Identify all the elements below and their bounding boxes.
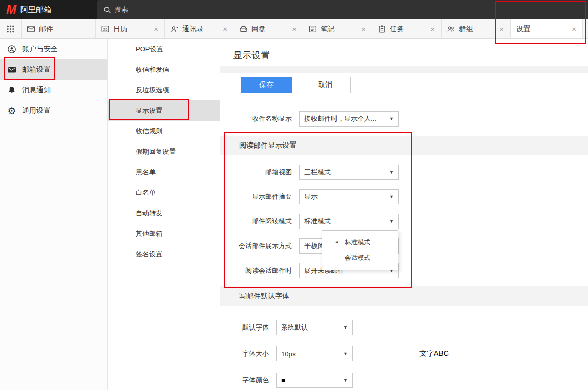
field-label: 字体颜色 xyxy=(220,376,269,385)
subnav-item-vacation-reply[interactable]: 假期回复设置 xyxy=(108,141,220,162)
subnav-item-mail-rules[interactable]: 收信规则 xyxy=(108,121,220,141)
tab-calendar[interactable]: 25 日历 × xyxy=(96,19,165,38)
subnav-item-send-receive[interactable]: 收信和发信 xyxy=(108,59,220,80)
field-label: 显示邮件摘要 xyxy=(220,192,292,201)
font-size-select[interactable]: 10px ▼ xyxy=(276,346,353,361)
settings-sidebar: 账户与安全 邮箱设置 消息通知 ⚙ 通用设置 xyxy=(0,39,108,390)
compose-font-rows: 默认字体 系统默认 ▼ 字体大小 10px ▼ 文字ABC 字体颜色 xyxy=(220,320,588,388)
dropdown-option-conversation[interactable]: 会话模式 xyxy=(322,250,398,265)
mailbox-settings-subnav: POP设置 收信和发信 反垃圾选项 显示设置 收信规则 假期回复设置 黑名单 白… xyxy=(108,39,220,390)
recipient-name-display-row: 收件名称显示 接收邮件时，显示个人... ▼ xyxy=(220,111,588,127)
field-label: 邮件阅读模式 xyxy=(220,217,292,226)
sidebar-item-mailbox-settings[interactable]: 邮箱设置 xyxy=(0,59,107,80)
reading-display-section-header: 阅读邮件显示设置 xyxy=(220,136,588,155)
reading-mode-row: 邮件阅读模式 标准模式 ▼ xyxy=(220,214,588,229)
subnav-item-pop[interactable]: POP设置 xyxy=(108,39,220,59)
reading-mode-select[interactable]: 标准模式 ▼ xyxy=(299,214,399,229)
gear-icon: ⚙ xyxy=(6,106,17,116)
field-label: 收件名称显示 xyxy=(220,114,292,124)
color-swatch-icon: ■ xyxy=(281,377,285,384)
recipient-name-display-select[interactable]: 接收邮件时，显示个人... ▼ xyxy=(299,111,399,127)
select-value: 标准模式 xyxy=(304,217,331,226)
app-window: M 阿里邮箱 搜索 邮件 25 日历 × xyxy=(0,0,588,390)
tab-notes[interactable]: 笔记 × xyxy=(303,19,372,38)
default-font-select[interactable]: 系统默认 ▼ xyxy=(276,320,353,335)
reading-conversation-row: 阅读会话邮件时 展开未读邮件 ▼ xyxy=(220,263,588,278)
subnav-item-antispam[interactable]: 反垃圾选项 xyxy=(108,80,220,100)
mail-filled-icon xyxy=(6,65,17,74)
field-label: 默认字体 xyxy=(220,323,269,332)
tab-label: 群组 xyxy=(459,25,473,34)
subnav-item-blacklist[interactable]: 黑名单 xyxy=(108,162,220,182)
chevron-down-icon: ▼ xyxy=(343,325,348,330)
contacts-icon xyxy=(170,25,179,33)
select-value: 显示 xyxy=(304,192,318,201)
sidebar-item-label: 消息通知 xyxy=(22,86,51,95)
title-divider xyxy=(220,66,588,73)
close-icon[interactable]: × xyxy=(571,25,577,33)
notes-icon xyxy=(308,25,317,33)
tab-settings[interactable]: 设置 × xyxy=(511,19,583,38)
brand-name: 阿里邮箱 xyxy=(20,5,51,15)
mailbox-view-select[interactable]: 三栏模式 ▼ xyxy=(299,165,399,180)
default-font-row: 默认字体 系统默认 ▼ xyxy=(220,320,588,335)
selected-bullet-icon: ● xyxy=(335,235,338,250)
close-icon[interactable]: × xyxy=(222,25,228,33)
close-icon[interactable]: × xyxy=(153,25,159,33)
subnav-item-auto-forward[interactable]: 自动转发 xyxy=(108,203,220,223)
action-buttons: 保存 取消 xyxy=(241,77,588,93)
brand[interactable]: M 阿里邮箱 xyxy=(0,4,97,16)
chevron-down-icon: ▼ xyxy=(343,351,348,356)
close-icon[interactable]: × xyxy=(291,25,298,33)
apps-grid-button[interactable] xyxy=(0,19,22,38)
chevron-down-icon: ▼ xyxy=(389,194,394,199)
alimail-logo-icon: M xyxy=(6,4,16,16)
select-value: 10px xyxy=(281,350,296,358)
tab-label: 日历 xyxy=(113,25,128,34)
close-icon[interactable]: × xyxy=(429,25,436,33)
tab-contacts[interactable]: 通讯录 × xyxy=(165,19,234,38)
field-label: 邮箱视图 xyxy=(220,168,292,177)
subnav-item-signature[interactable]: 签名设置 xyxy=(108,244,220,264)
font-color-select[interactable]: ■ ▼ xyxy=(276,373,353,388)
tab-drive[interactable]: 网盘 × xyxy=(234,19,303,38)
option-label: 标准模式 xyxy=(345,239,370,246)
topbar: M 阿里邮箱 搜索 xyxy=(0,0,588,19)
close-icon[interactable]: × xyxy=(498,25,505,33)
calendar-icon: 25 xyxy=(101,25,110,33)
tab-tasks[interactable]: 任务 × xyxy=(372,19,442,38)
save-button[interactable]: 保存 xyxy=(241,77,292,93)
font-size-row: 字体大小 10px ▼ 文字ABC xyxy=(220,346,588,361)
search-icon xyxy=(103,6,111,14)
chevron-down-icon: ▼ xyxy=(389,170,394,175)
font-preview-text: 文字ABC xyxy=(419,349,449,358)
select-value: 系统默认 xyxy=(281,323,308,332)
sidebar-item-account-security[interactable]: 账户与安全 xyxy=(0,39,107,59)
person-circle-icon xyxy=(6,45,17,54)
conversation-display-row: 会话邮件展示方式 平板阅读 ▼ xyxy=(220,238,588,254)
mail-summary-row: 显示邮件摘要 显示 ▼ xyxy=(220,189,588,204)
subnav-item-whitelist[interactable]: 白名单 xyxy=(108,182,220,203)
sidebar-item-general-settings[interactable]: ⚙ 通用设置 xyxy=(0,100,107,121)
tab-label: 邮件 xyxy=(39,25,53,34)
mail-summary-select[interactable]: 显示 ▼ xyxy=(299,189,399,204)
tab-mail[interactable]: 邮件 xyxy=(22,19,96,38)
dropdown-option-standard[interactable]: ● 标准模式 xyxy=(322,235,398,250)
tab-bar: 邮件 25 日历 × 通讯录 × 网盘 × 笔 xyxy=(0,19,588,39)
section-title: 写邮件默认字体 xyxy=(239,292,289,301)
page-title: 显示设置 xyxy=(233,49,588,61)
sidebar-item-notifications[interactable]: 消息通知 xyxy=(0,80,107,100)
tab-label: 设置 xyxy=(516,25,531,34)
font-color-row: 字体颜色 ■ ▼ xyxy=(220,373,588,388)
search-input[interactable]: 搜索 xyxy=(97,0,588,19)
cancel-button[interactable]: 取消 xyxy=(300,77,351,93)
close-icon[interactable]: × xyxy=(360,25,367,33)
tab-groups[interactable]: 群组 × xyxy=(442,19,511,38)
sidebar-item-label: 通用设置 xyxy=(22,106,51,115)
mail-icon xyxy=(27,25,35,33)
subnav-item-other-mailboxes[interactable]: 其他邮箱 xyxy=(108,223,220,244)
select-value: 三栏模式 xyxy=(304,168,331,177)
select-value: 接收邮件时，显示个人... xyxy=(304,114,376,124)
chevron-down-icon: ▼ xyxy=(389,116,394,121)
subnav-item-display-settings[interactable]: 显示设置 xyxy=(108,100,220,121)
